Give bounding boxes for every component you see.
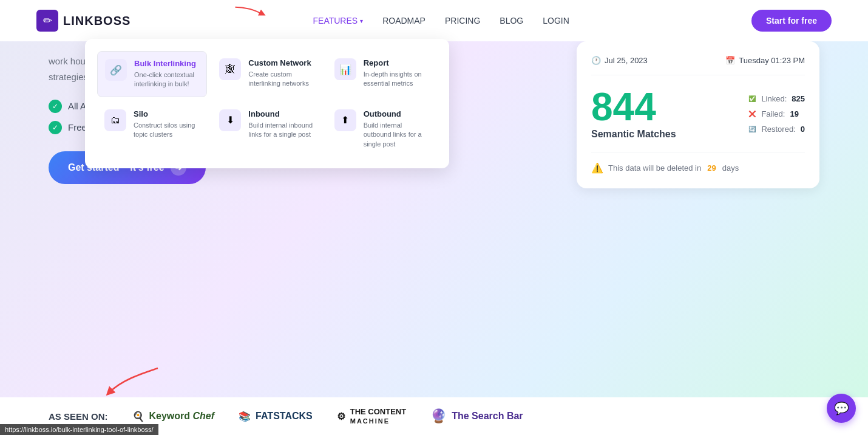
restored-row: 🔄 Restored: 0	[748, 125, 805, 134]
brand-search-bar: 🔮 The Search Bar	[430, 408, 523, 424]
date-value: Jul 25, 2023	[605, 56, 648, 65]
dropdown-desc-silo: Construct silos using topic clusters	[134, 121, 200, 140]
dropdown-title-inbound: Inbound	[248, 109, 314, 118]
dropdown-item-custom-network[interactable]: 🕸 Custom Network Create custom interlink…	[212, 51, 322, 97]
dropdown-title-custom-network: Custom Network	[248, 58, 314, 67]
semantic-match-label: Semantic Matches	[591, 129, 676, 140]
restored-icon: 🔄	[748, 125, 756, 133]
dropdown-icon-inbound: ⬇	[219, 109, 241, 131]
days-value: 29	[707, 163, 716, 173]
linked-icon: ✅	[748, 94, 756, 103]
stats-warning: ⚠️ This data will be deleted in 29 days	[591, 152, 805, 174]
search-bar-name: The Search Bar	[452, 411, 523, 422]
dropdown-desc-report: In-depth insights on essential metrics	[364, 70, 430, 89]
linked-row: ✅ Linked: 825	[748, 94, 805, 103]
dropdown-icon-report: 📊	[334, 58, 356, 80]
dropdown-desc-outbound: Build internal outbound links for a sing…	[364, 121, 430, 149]
check-icon-2: ✓	[49, 121, 62, 134]
search-bar-icon: 🔮	[430, 408, 447, 424]
dropdown-desc-inbound: Build internal inbound links for a singl…	[248, 121, 314, 140]
dropdown-title-bulk-interlinking: Bulk Interlinking	[134, 59, 199, 68]
stats-date: 🕐 Jul 25, 2023	[591, 56, 648, 65]
dropdown-item-bulk-interlinking[interactable]: 🔗 Bulk Interlinking One-click contextual…	[97, 51, 207, 97]
fatstacks-icon: 📚	[239, 411, 251, 422]
nav-roadmap[interactable]: ROADMAP	[382, 16, 426, 26]
keyword-chef-name: Keyword Chef	[149, 411, 215, 422]
dropdown-icon-custom-network: 🕸	[219, 58, 241, 80]
dropdown-icon-silo: 🗂	[104, 109, 126, 131]
linked-key: Linked:	[761, 94, 787, 103]
as-seen-label: AS SEEN ON:	[49, 411, 108, 422]
stats-card-header: 🕐 Jul 25, 2023 📅 Tuesday 01:23 PM	[591, 56, 805, 75]
nav-links: FEATURES ▾ ROADMAP PRICING BLOG LOGIN	[313, 15, 569, 26]
dropdown-icon-outbound: ⬆	[334, 109, 356, 131]
keyword-chef-icon: 🍳	[132, 411, 144, 422]
features-arrow	[231, 5, 267, 23]
dropdown-item-outbound[interactable]: ⬆ Outbound Build internal outbound links…	[327, 102, 437, 156]
nav-blog[interactable]: BLOG	[500, 16, 523, 26]
time-icon: 📅	[725, 56, 735, 65]
restored-key: Restored:	[761, 125, 795, 134]
dropdown-item-inbound[interactable]: ⬇ Inbound Build internal inbound links f…	[212, 102, 322, 156]
stats-number-block: 844 Semantic Matches	[591, 87, 676, 140]
start-for-free-button[interactable]: Start for free	[751, 10, 832, 32]
warning-icon: ⚠️	[591, 162, 603, 174]
bottom-arrow	[97, 362, 170, 399]
chat-icon: 💬	[834, 401, 849, 416]
dropdown-title-outbound: Outbound	[364, 109, 430, 118]
warning-text: This data will be deleted in	[608, 163, 701, 173]
brand-logos: 🍳 Keyword Chef 📚 FATSTACKS ⚙ THE CONTENT…	[132, 407, 819, 425]
dropdown-title-report: Report	[364, 58, 430, 67]
calendar-icon: 🕐	[591, 56, 601, 65]
stats-details: ✅ Linked: 825 ❌ Failed: 19 🔄 Restored: 0	[748, 94, 805, 134]
logo-icon: ✏	[36, 10, 58, 32]
failed-value: 19	[790, 109, 798, 118]
nav-login[interactable]: LOGIN	[543, 16, 569, 26]
semantic-match-count: 844	[591, 87, 676, 126]
restored-value: 0	[801, 125, 805, 134]
nav-features[interactable]: FEATURES ▾	[313, 16, 364, 26]
dropdown-item-report[interactable]: 📊 Report In-depth insights on essential …	[327, 51, 437, 97]
brand-fatstacks: 📚 FATSTACKS	[239, 411, 313, 422]
dropdown-title-silo: Silo	[134, 109, 200, 118]
brand-content-machine: ⚙ THE CONTENTMACHINE	[337, 407, 406, 425]
failed-key: Failed:	[761, 109, 785, 118]
chat-bubble-button[interactable]: 💬	[827, 394, 856, 423]
brand-keyword-chef: 🍳 Keyword Chef	[132, 411, 215, 422]
failed-icon: ❌	[748, 109, 756, 118]
days-label: days	[722, 163, 739, 173]
nav-pricing[interactable]: PRICING	[445, 16, 480, 26]
dropdown-item-silo[interactable]: 🗂 Silo Construct silos using topic clust…	[97, 102, 207, 156]
content-machine-name: THE CONTENTMACHINE	[350, 407, 406, 425]
stats-main: 844 Semantic Matches ✅ Linked: 825 ❌ Fai…	[591, 87, 805, 140]
fatstacks-name: FATSTACKS	[256, 411, 313, 422]
chevron-down-icon: ▾	[360, 18, 363, 24]
logo[interactable]: ✏ LINKBOSS	[36, 10, 131, 32]
brand-name: LINKBOSS	[63, 14, 131, 28]
time-value: Tuesday 01:23 PM	[739, 56, 805, 65]
stats-time: 📅 Tuesday 01:23 PM	[725, 56, 805, 65]
dropdown-icon-bulk-interlinking: 🔗	[105, 59, 127, 81]
check-icon-1: ✓	[49, 100, 62, 113]
stats-card: 🕐 Jul 25, 2023 📅 Tuesday 01:23 PM 844 Se…	[577, 41, 819, 188]
content-machine-icon: ⚙	[337, 411, 345, 422]
dropdown-desc-bulk-interlinking: One-click contextual interlinking in bul…	[134, 70, 199, 89]
failed-row: ❌ Failed: 19	[748, 109, 805, 118]
linked-value: 825	[792, 94, 805, 103]
navbar: ✏ LINKBOSS FEATURES ▾ ROADMAP PRICING BL…	[0, 0, 868, 41]
dropdown-desc-custom-network: Create custom interlinking networks	[248, 70, 314, 89]
bottom-url-bar: https://linkboss.io/bulk-interlinking-to…	[0, 424, 158, 435]
features-dropdown: 🔗 Bulk Interlinking One-click contextual…	[85, 39, 449, 168]
